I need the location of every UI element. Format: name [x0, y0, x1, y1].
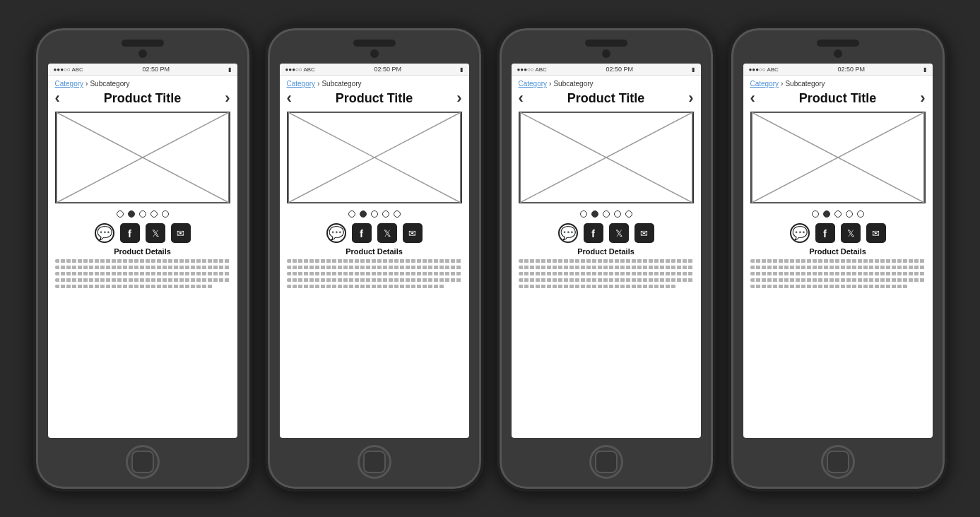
twitter-icon-3[interactable]: 𝕏: [609, 223, 629, 243]
dot-3-2[interactable]: [603, 210, 610, 218]
left-arrow-4[interactable]: ‹: [750, 90, 755, 106]
home-button-4[interactable]: [821, 445, 855, 479]
squiggle-line-3-0: [519, 259, 694, 263]
right-arrow-1[interactable]: ›: [225, 90, 230, 106]
screen-4: ●●●○○ ABC 02:50 PM ▮ Category › Subcateg…: [743, 64, 933, 438]
phone-2: ●●●○○ ABC 02:50 PM ▮ Category › Subcateg…: [265, 25, 484, 492]
breadcrumb-category-1[interactable]: Category: [55, 80, 84, 88]
dot-2-2[interactable]: [371, 210, 378, 218]
phone-4: ●●●○○ ABC 02:50 PM ▮ Category › Subcateg…: [728, 25, 947, 492]
facebook-icon-2[interactable]: f: [352, 223, 372, 243]
nav-row-1: ‹ Product Title ›: [48, 89, 237, 109]
facebook-icon-3[interactable]: f: [584, 223, 603, 243]
breadcrumb-category-3[interactable]: Category: [519, 80, 548, 88]
breadcrumb-subcategory-1: Subcategory: [90, 80, 129, 88]
status-battery-4: ▮: [923, 66, 926, 73]
breadcrumb-category-4[interactable]: Category: [750, 80, 779, 88]
status-bar-4: ●●●○○ ABC 02:50 PM ▮: [743, 64, 933, 76]
left-arrow-1[interactable]: ‹: [55, 90, 60, 106]
email-icon-2[interactable]: ✉: [403, 223, 423, 243]
email-icon-3[interactable]: ✉: [634, 223, 654, 243]
status-battery-1: ▮: [228, 66, 231, 73]
email-icon-1[interactable]: ✉: [171, 223, 191, 243]
home-button-2[interactable]: [358, 445, 391, 479]
right-arrow-4[interactable]: ›: [920, 90, 925, 106]
image-dots-1: [48, 206, 237, 220]
dot-2-4[interactable]: [394, 210, 401, 218]
facebook-icon-1[interactable]: f: [120, 223, 140, 243]
dot-2-0[interactable]: [348, 210, 355, 218]
dot-1-0[interactable]: [117, 210, 124, 218]
social-icons-1: 💬 f 𝕏 ✉: [48, 220, 237, 244]
squiggle-line-2-4: [287, 285, 444, 288]
home-button-1[interactable]: [126, 445, 160, 479]
breadcrumb-separator-3: ›: [549, 80, 551, 88]
dot-4-1[interactable]: [823, 210, 830, 218]
dot-1-3[interactable]: [150, 210, 158, 218]
status-bar-1: ●●●○○ ABC 02:50 PM ▮: [48, 64, 237, 76]
dot-4-0[interactable]: [812, 210, 819, 218]
squiggle-line-1-1: [55, 266, 230, 269]
twitter-icon-2[interactable]: 𝕏: [377, 223, 397, 243]
dot-1-4[interactable]: [162, 210, 169, 218]
image-placeholder-1: [55, 112, 230, 203]
squiggle-line-4-1: [750, 266, 926, 269]
left-arrow-3[interactable]: ‹: [519, 90, 524, 106]
speaker-2: [353, 40, 396, 47]
breadcrumb-subcategory-4: Subcategory: [785, 80, 825, 88]
twitter-icon-4[interactable]: 𝕏: [841, 223, 861, 243]
squiggle-line-2-3: [287, 278, 462, 282]
left-arrow-2[interactable]: ‹: [287, 90, 292, 106]
speaker-3: [585, 40, 627, 47]
camera-1: [138, 49, 147, 58]
right-arrow-2[interactable]: ›: [456, 90, 461, 106]
image-placeholder-4: [750, 112, 926, 203]
squiggle-line-2-1: [287, 266, 462, 269]
product-title-3: Product Title: [524, 91, 688, 106]
dot-3-4[interactable]: [625, 210, 632, 218]
status-bar-2: ●●●○○ ABC 02:50 PM ▮: [280, 64, 469, 76]
dot-3-3[interactable]: [614, 210, 621, 218]
breadcrumb-4: Category › Subcategory: [743, 76, 933, 89]
breadcrumb-category-2[interactable]: Category: [287, 80, 316, 88]
twitter-icon-1[interactable]: 𝕏: [146, 223, 165, 243]
dot-2-1[interactable]: [360, 210, 367, 218]
breadcrumb-3: Category › Subcategory: [512, 76, 701, 89]
squiggle-line-3-1: [519, 266, 694, 269]
home-button-inner-2: [363, 451, 386, 473]
right-arrow-3[interactable]: ›: [688, 90, 693, 106]
image-placeholder-2: [287, 112, 462, 203]
image-dots-4: [743, 206, 933, 220]
status-battery-3: ▮: [692, 66, 695, 73]
camera-3: [602, 49, 610, 58]
image-dots-3: [512, 206, 701, 220]
dot-1-1[interactable]: [128, 210, 135, 218]
home-button-3[interactable]: [589, 445, 623, 479]
squiggle-line-1-4: [55, 285, 213, 288]
dot-3-1[interactable]: [591, 210, 598, 218]
phone-1: ●●●○○ ABC 02:50 PM ▮ Category › Subcateg…: [33, 25, 252, 492]
dot-1-2[interactable]: [139, 210, 146, 218]
product-details-label-1: Product Details: [48, 244, 237, 258]
dot-2-3[interactable]: [382, 210, 389, 218]
home-button-inner-1: [131, 451, 154, 473]
dot-4-2[interactable]: [834, 210, 842, 218]
dot-3-0[interactable]: [580, 210, 587, 218]
image-placeholder-3: [519, 112, 694, 203]
description-lines-1: [48, 258, 237, 295]
whatsapp-icon-2[interactable]: 💬: [326, 223, 346, 243]
facebook-icon-4[interactable]: f: [815, 223, 835, 243]
breadcrumb-subcategory-3: Subcategory: [553, 80, 593, 88]
whatsapp-icon-4[interactable]: 💬: [790, 223, 810, 243]
squiggle-line-3-2: [519, 272, 694, 275]
product-details-label-2: Product Details: [280, 244, 469, 258]
status-time-1: 02:50 PM: [142, 66, 170, 73]
whatsapp-icon-1[interactable]: 💬: [95, 223, 114, 243]
whatsapp-icon-3[interactable]: 💬: [558, 223, 578, 243]
status-left-3: ●●●○○ ABC: [517, 66, 547, 73]
email-icon-4[interactable]: ✉: [866, 223, 886, 243]
home-button-inner-3: [595, 451, 618, 473]
dot-4-4[interactable]: [857, 210, 864, 218]
social-icons-3: 💬 f 𝕏 ✉: [512, 220, 701, 244]
dot-4-3[interactable]: [846, 210, 853, 218]
